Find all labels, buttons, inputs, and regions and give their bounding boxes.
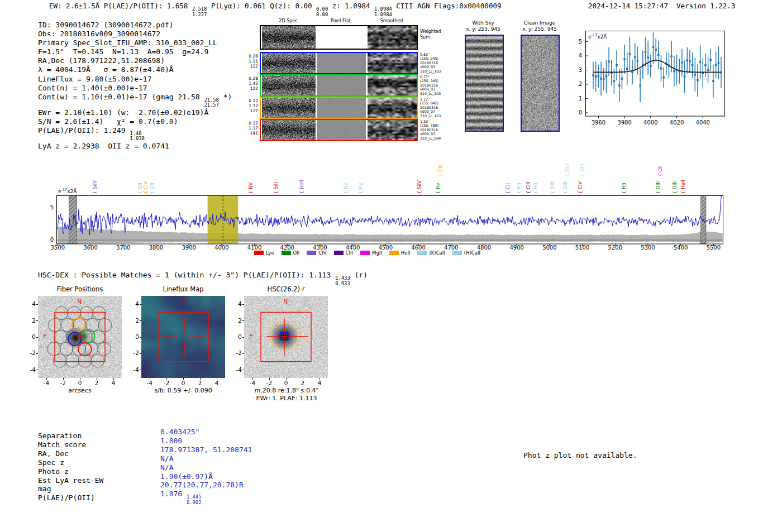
fiber-ytick--4: -4 (26, 366, 36, 373)
legend-swatch (417, 251, 427, 255)
spec2d-row-3-right-labels: 1.33"(255, 780)20180316v009_07310_LL_084 (420, 119, 441, 140)
lineflux-xtickmark-0 (183, 378, 184, 380)
spec2d-weighted-row (260, 25, 418, 50)
match-value-6: 20.77(20.77,20.78)R (160, 481, 244, 489)
legend-item-kcaii: (K)CaII (417, 250, 445, 256)
spec2d-row-0-right-labels: 0.63"(255, 945)20180316v009_03310_LL_103 (420, 52, 441, 73)
lineflux-map-image (141, 296, 225, 378)
fit-ytick-0: 0 (571, 109, 582, 116)
spectral-line-label-oiii-24: { OIII (672, 181, 678, 194)
spec-xtick-3700: 3700 (114, 245, 133, 251)
spec-ytick-5: 5 (47, 204, 54, 210)
spectral-line-label-oii-1: { OII (137, 183, 143, 194)
fiber-panel-title: Fiber Positions (38, 285, 122, 293)
hi-lo-stack: 1.09841.0984 (374, 7, 392, 17)
spec-ytick-0: 0 (47, 237, 54, 243)
hsc-ytick-0: 0 (232, 333, 242, 340)
lineflux-ytickmark-2 (140, 320, 141, 321)
spectral-line-label-hβ-15: { Hβ (533, 183, 538, 194)
match-label-specz: Spec z (38, 458, 64, 467)
legend-item-civ: CIV (307, 250, 326, 256)
spec2d-row-2-left-labels: 0.121.72122 (239, 98, 258, 113)
fiber-xtick--2: -2 (58, 380, 69, 386)
spectral-line-label-hγ-8: { Hγ (357, 183, 363, 194)
legend-item-hcaii: (H)CaII (452, 250, 480, 256)
info-line-1: Obs: 20180316v009_3090014672 (38, 30, 232, 39)
spec2d-row-0-pixelflat-image (317, 53, 366, 73)
info-line-5: λ = 4004.19Å σ = 8.87(±4.40)Å (38, 65, 232, 74)
lineflux-xtick-0: 0 (178, 380, 189, 386)
weighted-smoothed-image (368, 26, 417, 49)
match-label-radec: RA, Dec (38, 449, 69, 458)
spec2d-row-2-right-labels: 1.22"(255, 945)20180316v009_07310_LL_103 (420, 97, 441, 118)
legend-swatch (282, 251, 291, 255)
withsky-title: With Sky x, y: 255, 945 (455, 20, 511, 32)
spec2d-row-1-pixelflat-image (317, 75, 366, 95)
weighted-sum-label: Weighted Sum (420, 29, 441, 40)
spec2d-row-1-left-labels: 0.281.42122 (239, 76, 258, 91)
spec2d-row-2 (260, 97, 418, 119)
fit-xtick-4000: 4000 (641, 119, 660, 126)
spec-xtick-5000: 5000 (540, 245, 559, 251)
line-fit-plot (585, 31, 725, 119)
fit-ytick-5: 5 (571, 39, 582, 45)
lineflux-ytickmark-4 (140, 304, 141, 305)
spec2d-row-3 (260, 119, 418, 141)
hsc-xtickmark--2 (269, 378, 270, 380)
spectral-line-label-oiii-22: { OIII (655, 181, 661, 194)
hsc-caption-2: EWr: 1. PLAE: 1.113 (237, 395, 336, 402)
lineflux-xtickmark--4 (150, 378, 150, 380)
info-line-7: Cont(n) = 1.40(±0.00)e-17 (38, 84, 232, 93)
spec-xtick-4900: 4900 (507, 245, 526, 251)
fiber-xtickmark--2 (63, 378, 64, 380)
match-value-7: 1.076 1.4450.902 (160, 490, 201, 505)
spec2d-row-1 (260, 74, 418, 97)
spectrum-legend: LyαOIICIVCIIIMgIIHeII(K)CaII(H)CaII (254, 250, 480, 256)
header-datetime: 2024-12-14 15:27:47 Version 1.22.3 (588, 2, 735, 10)
hsc-ytick-2: 2 (232, 317, 242, 324)
fiber-xtickmark-4 (113, 378, 114, 380)
lineflux-compass-n: N (180, 298, 185, 305)
fiber-compass-n: N (77, 298, 82, 305)
legend-item-oii: OII (282, 250, 300, 256)
hsc-xtickmark--4 (252, 378, 253, 380)
match-value-5: 1.90(±0.97)Å (160, 472, 213, 481)
elixer-report-page: EW: 2.6±1.5Å P(LAE)/P(OII): 1.658 2.5181… (0, 0, 782, 532)
match-value-0: 0.403425" (160, 428, 199, 436)
spectral-line-label-oii-3: { OII (149, 183, 155, 194)
spec-xtick-5300: 5300 (638, 245, 657, 251)
legend-swatch (254, 251, 264, 255)
spectral-line-label-siii-5: { SiII (273, 182, 279, 194)
spectral-line-label-cii-12: { CII (505, 183, 511, 194)
lineflux-caption: s/b: 0.59 +/- 0.090 (134, 387, 232, 394)
spectral-line-label-oiii-18: { OIII (565, 164, 570, 176)
lineflux-ytickmark--4 (140, 370, 141, 370)
weighted-2dspec-image (262, 26, 316, 49)
lineflux-xtick-4: 4 (211, 380, 222, 386)
hsc-compass-e: E (249, 333, 253, 340)
legend-item-heii: HeII (389, 250, 411, 256)
spec2d-row-0 (260, 52, 418, 74)
spec2d-row-2-2dspec-image (262, 98, 316, 118)
hi-lo-stack: 1.4330.933 (335, 276, 350, 286)
lineflux-ytick-0: 0 (129, 333, 139, 340)
lineflux-ytick--2: -2 (129, 349, 139, 356)
spec2d-row-1-2dspec-image (262, 75, 316, 95)
fiber-xtick--4: -4 (41, 380, 52, 386)
lineflux-xtickmark-4 (217, 378, 217, 380)
fiber-xtickmark-2 (97, 378, 97, 380)
hsc-xtickmark-4 (320, 378, 320, 380)
fiber-xtick-4: 4 (108, 380, 119, 386)
lineflux-xtick--4: -4 (144, 380, 155, 386)
hsc-dex-match-line: HSC-DEX : Possible Matches = 1 (within +… (38, 271, 368, 286)
info-line-8: Cont(w) = 1.10(±0.01)e-17 (gmag 21.58 21… (38, 93, 232, 108)
fit-xtick-4040: 4040 (693, 119, 712, 126)
info-line-11: P(LAE)/P(OII): 1.249 1.481.038 (38, 126, 232, 142)
spec-xtick-3500: 3500 (48, 245, 67, 251)
spectral-line-label-hβ-13: { Hβ (516, 183, 522, 194)
spectrum-units-label: e-17x2Å (58, 188, 77, 194)
lineflux-xtickmark-2 (200, 378, 201, 380)
spectral-line-label-siiv-0: { SiIV (92, 180, 98, 194)
hsc-caption-1: m:20.8 re:1.8" s:0.4" (237, 387, 336, 394)
match-value-3: N/A (160, 454, 173, 463)
